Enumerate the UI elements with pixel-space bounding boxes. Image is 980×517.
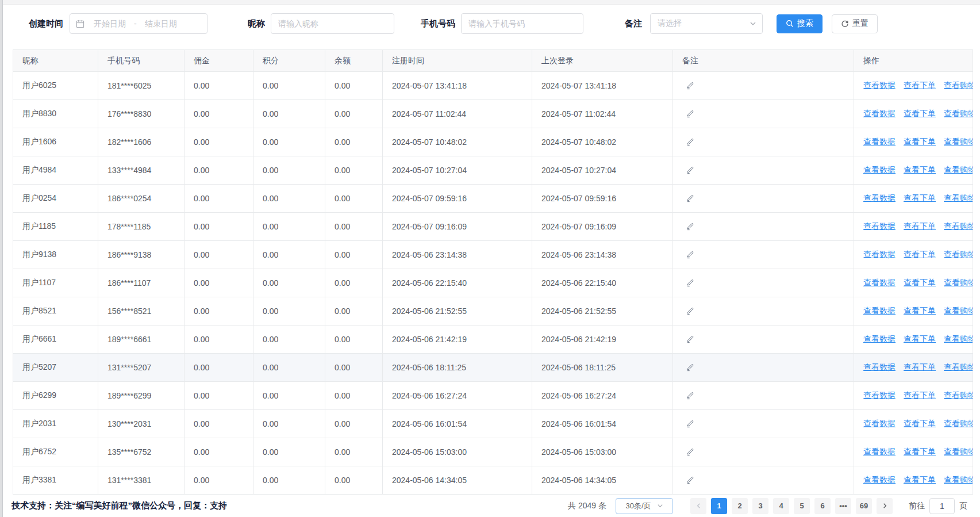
nickname-cell: 用户4984 xyxy=(13,156,98,185)
date-range-picker[interactable]: - xyxy=(70,13,207,34)
action-link[interactable]: 查看下单 xyxy=(904,137,936,146)
search-icon xyxy=(786,20,794,28)
page-button[interactable]: 6 xyxy=(814,498,831,514)
pencil-edit-icon[interactable] xyxy=(686,109,695,118)
pencil-edit-icon[interactable] xyxy=(686,419,695,428)
page-button[interactable]: 2 xyxy=(732,498,748,514)
action-link[interactable]: 查看购物车 xyxy=(944,278,973,287)
reset-button[interactable]: 重置 xyxy=(832,14,878,33)
commission-cell: 0.00 xyxy=(185,128,253,156)
action-link[interactable]: 查看下单 xyxy=(904,81,936,90)
page-button[interactable]: 5 xyxy=(794,498,810,514)
action-link[interactable]: 查看数据 xyxy=(863,362,896,372)
pencil-edit-icon[interactable] xyxy=(686,334,695,343)
support-text: 技术支持：关注“编写美好前程”微信公众号，回复：支持 xyxy=(11,500,227,511)
pencil-edit-icon[interactable] xyxy=(686,362,695,372)
action-link[interactable]: 查看下单 xyxy=(904,419,936,428)
remark-cell xyxy=(673,382,854,410)
nickname-input[interactable] xyxy=(271,13,394,34)
action-link[interactable]: 查看下单 xyxy=(904,250,936,259)
action-link[interactable]: 查看数据 xyxy=(863,137,896,146)
action-link[interactable]: 查看购物车 xyxy=(944,137,973,146)
action-link[interactable]: 查看数据 xyxy=(863,306,896,315)
table-row: 用户1107186****11070.000.000.002024-05-06 … xyxy=(13,269,973,297)
phone-input[interactable] xyxy=(461,13,583,34)
pencil-edit-icon[interactable] xyxy=(686,390,695,400)
action-link[interactable]: 查看购物车 xyxy=(944,165,973,174)
action-link[interactable]: 查看下单 xyxy=(904,306,936,315)
action-link[interactable]: 查看下单 xyxy=(904,334,936,343)
date-separator: - xyxy=(132,19,139,28)
action-link[interactable]: 查看下单 xyxy=(904,362,936,372)
prev-page-button[interactable] xyxy=(690,498,706,514)
action-link[interactable]: 查看数据 xyxy=(863,250,896,259)
next-page-button[interactable] xyxy=(877,498,893,514)
action-link[interactable]: 查看购物车 xyxy=(944,193,973,202)
page-button[interactable]: 3 xyxy=(752,498,768,514)
pencil-edit-icon[interactable] xyxy=(686,475,695,484)
action-link[interactable]: 查看数据 xyxy=(863,447,896,456)
action-link[interactable]: 查看下单 xyxy=(904,390,936,400)
action-link[interactable]: 查看数据 xyxy=(863,221,896,231)
pencil-edit-icon[interactable] xyxy=(686,447,695,456)
page-button[interactable]: 69 xyxy=(856,498,872,514)
action-link[interactable]: 查看下单 xyxy=(904,109,936,118)
search-button[interactable]: 搜索 xyxy=(777,14,823,33)
commission-cell: 0.00 xyxy=(185,241,253,269)
action-link[interactable]: 查看数据 xyxy=(863,109,896,118)
pencil-edit-icon[interactable] xyxy=(686,193,695,202)
search-button-label: 搜索 xyxy=(797,18,813,29)
action-link[interactable]: 查看购物车 xyxy=(944,250,973,259)
action-link[interactable]: 查看数据 xyxy=(863,475,896,484)
register-time-cell: 2024-05-06 22:15:40 xyxy=(383,269,532,297)
action-link[interactable]: 查看下单 xyxy=(904,278,936,287)
pencil-edit-icon[interactable] xyxy=(686,278,695,287)
action-link[interactable]: 查看购物车 xyxy=(944,475,973,484)
action-link[interactable]: 查看下单 xyxy=(904,475,936,484)
action-link[interactable]: 查看数据 xyxy=(863,193,896,202)
action-link[interactable]: 查看数据 xyxy=(863,390,896,400)
page-button[interactable]: 1 xyxy=(711,498,727,514)
action-link[interactable]: 查看下单 xyxy=(904,221,936,231)
page-size-select[interactable]: 30条/页 xyxy=(616,498,673,514)
action-link[interactable]: 查看数据 xyxy=(863,81,896,90)
register-time-cell: 2024-05-07 09:59:16 xyxy=(383,185,532,213)
action-link[interactable]: 查看购物车 xyxy=(944,447,973,456)
action-link[interactable]: 查看购物车 xyxy=(944,390,973,400)
more-pages-button[interactable]: ••• xyxy=(835,498,851,514)
action-link[interactable]: 查看购物车 xyxy=(944,221,973,231)
phone-cell: 186****9138 xyxy=(98,241,185,269)
action-link[interactable]: 查看购物车 xyxy=(944,419,973,428)
end-date-input[interactable] xyxy=(139,19,183,28)
table-row: 用户2031130****20310.000.000.002024-05-06 … xyxy=(13,410,973,438)
action-link[interactable]: 查看数据 xyxy=(863,334,896,343)
last-login-cell: 2024-05-07 10:48:02 xyxy=(532,128,673,156)
actions-cell: 查看数据查看下单查看购物车 xyxy=(854,269,973,297)
action-link[interactable]: 查看数据 xyxy=(863,165,896,174)
nickname-cell: 用户1107 xyxy=(13,269,98,297)
left-scrollbar[interactable] xyxy=(0,0,3,517)
action-link[interactable]: 查看购物车 xyxy=(944,334,973,343)
action-link[interactable]: 查看下单 xyxy=(904,447,936,456)
pencil-edit-icon[interactable] xyxy=(686,221,695,231)
pencil-edit-icon[interactable] xyxy=(686,81,695,90)
action-link[interactable]: 查看数据 xyxy=(863,419,896,428)
last-login-cell: 2024-05-06 14:34:05 xyxy=(532,466,673,495)
col-register-time: 注册时间 xyxy=(383,50,532,72)
pencil-edit-icon[interactable] xyxy=(686,306,695,315)
pencil-edit-icon[interactable] xyxy=(686,137,695,146)
pencil-edit-icon[interactable] xyxy=(686,250,695,259)
action-link[interactable]: 查看下单 xyxy=(904,165,936,174)
goto-page-input[interactable] xyxy=(929,498,955,514)
last-login-cell: 2024-05-07 09:59:16 xyxy=(532,185,673,213)
remark-select[interactable]: 请选择 xyxy=(650,13,763,34)
action-link[interactable]: 查看下单 xyxy=(904,193,936,202)
action-link[interactable]: 查看购物车 xyxy=(944,81,973,90)
pencil-edit-icon[interactable] xyxy=(686,165,695,174)
start-date-input[interactable] xyxy=(88,19,132,28)
action-link[interactable]: 查看购物车 xyxy=(944,362,973,372)
action-link[interactable]: 查看购物车 xyxy=(944,306,973,315)
action-link[interactable]: 查看购物车 xyxy=(944,109,973,118)
page-button[interactable]: 4 xyxy=(773,498,789,514)
action-link[interactable]: 查看数据 xyxy=(863,278,896,287)
